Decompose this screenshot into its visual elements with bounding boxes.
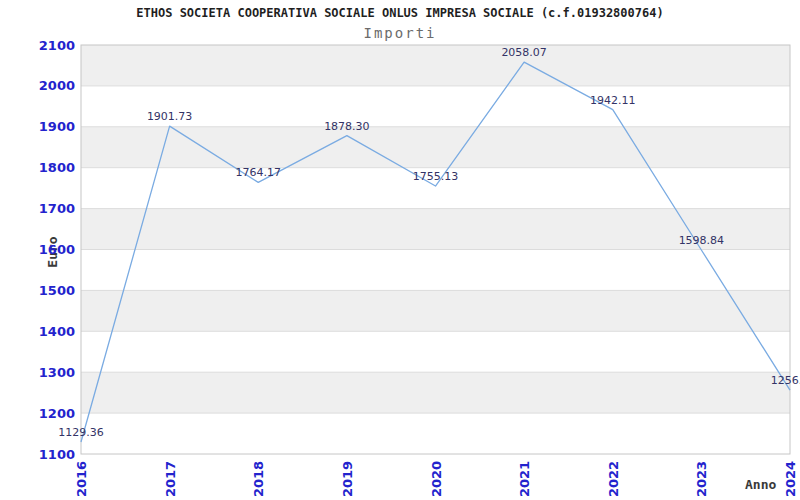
y-tick-label: 1600	[0, 242, 75, 257]
grid-band	[81, 372, 790, 413]
y-tick-label: 1400	[0, 324, 75, 339]
plot-area	[0, 0, 800, 500]
data-point-label: 1598.84	[679, 234, 725, 247]
y-tick-label: 2100	[0, 38, 75, 53]
grid-band	[81, 331, 790, 372]
data-point-label: 1256.4	[771, 374, 800, 387]
data-point-label: 1901.73	[147, 110, 193, 123]
y-tick-label: 1900	[0, 119, 75, 134]
x-tick-label: 2016	[74, 461, 89, 497]
y-tick-label: 1300	[0, 365, 75, 380]
y-tick-label: 1200	[0, 406, 75, 421]
x-axis-label: Anno	[745, 477, 776, 492]
data-point-label: 1129.36	[58, 426, 104, 439]
y-tick-label: 1800	[0, 160, 75, 175]
data-point-label: 2058.07	[501, 46, 547, 59]
x-tick-label: 2017	[162, 461, 177, 497]
y-tick-label: 1100	[0, 447, 75, 462]
line-chart: ETHOS SOCIETA COOPERATIVA SOCIALE ONLUS …	[0, 0, 800, 500]
chart-subtitle: Importi	[0, 25, 800, 41]
x-tick-label: 2022	[605, 461, 620, 497]
data-point-label: 1942.11	[590, 94, 636, 107]
data-point-label: 1755.13	[413, 170, 459, 183]
grid-band	[81, 290, 790, 331]
grid-band	[81, 250, 790, 291]
x-tick-label: 2018	[251, 461, 266, 497]
x-tick-label: 2023	[694, 461, 709, 497]
grid-band	[81, 127, 790, 168]
chart-title: ETHOS SOCIETA COOPERATIVA SOCIALE ONLUS …	[0, 6, 800, 20]
y-tick-label: 1500	[0, 283, 75, 298]
x-tick-label: 2024	[783, 461, 798, 497]
grid-band	[81, 413, 790, 454]
x-tick-label: 2019	[339, 461, 354, 497]
y-tick-label: 2000	[0, 78, 75, 93]
y-tick-label: 1700	[0, 201, 75, 216]
x-tick-label: 2021	[517, 461, 532, 497]
x-tick-label: 2020	[428, 461, 443, 497]
data-point-label: 1764.17	[236, 166, 282, 179]
grid-band	[81, 45, 790, 86]
data-point-label: 1878.30	[324, 120, 370, 133]
